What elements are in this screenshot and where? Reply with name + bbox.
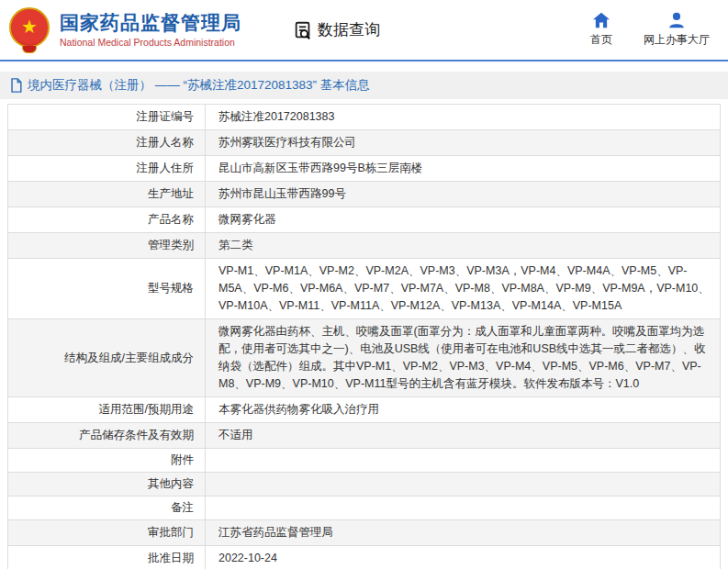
info-table-body: 注册证编号苏械注准20172081383注册人名称苏州雾联医疗科技有限公司注册人…	[8, 105, 721, 569]
row-label: 审批部门	[8, 520, 206, 546]
table-row: 型号规格VP-M1、VP-M1A、VP-M2、VP-M2A、VP-M3、VP-M…	[8, 259, 721, 319]
row-label: 其他内容	[8, 473, 206, 496]
registration-info-table: 注册证编号苏械注准20172081383注册人名称苏州雾联医疗科技有限公司注册人…	[7, 104, 721, 569]
table-row: 其他内容	[8, 473, 721, 496]
row-label: 管理类别	[8, 233, 206, 259]
row-label: 备注	[8, 496, 206, 520]
row-value: 不适用	[206, 423, 721, 449]
table-row: 生产地址苏州市昆山玉带西路99号	[8, 182, 721, 207]
top-nav: 首页 网上办事大厅	[590, 12, 715, 48]
emblem-star-icon: ★	[21, 17, 38, 36]
breadcrumb: 境内医疗器械（注册） —— “苏械注准20172081383” 基本信息	[0, 72, 728, 99]
data-query-icon	[293, 20, 313, 40]
table-row: 注册人住所昆山市高新区玉带西路99号B栋三层南楼	[8, 156, 721, 182]
row-label: 结构及组成/主要组成成分	[8, 319, 206, 397]
row-value	[206, 449, 721, 473]
document-icon	[9, 78, 23, 93]
table-row: 注册证编号苏械注准20172081383	[8, 105, 721, 130]
row-label: 注册人名称	[8, 130, 206, 156]
table-row: 结构及组成/主要组成成分微网雾化器由药杯、主机、咬嘴及面罩(面罩分为：成人面罩和…	[8, 319, 721, 397]
nav-service-hall-label: 网上办事大厅	[644, 32, 710, 48]
row-value: 2022-10-24	[206, 546, 721, 569]
row-label: 注册证编号	[8, 105, 206, 130]
table-row: 管理类别第二类	[8, 233, 721, 259]
row-value: 微网雾化器	[206, 207, 721, 233]
nav-home[interactable]: 首页	[590, 12, 612, 48]
row-value: 第二类	[206, 233, 721, 259]
row-value	[206, 473, 721, 496]
row-label: 适用范围/预期用途	[8, 397, 206, 423]
nav-home-label: 首页	[590, 32, 612, 48]
row-value	[206, 496, 721, 520]
row-label: 生产地址	[8, 182, 206, 207]
row-label: 产品储存条件及有效期	[8, 423, 206, 449]
page: ★ 国家药品监督管理局 National Medical Products Ad…	[0, 0, 728, 569]
row-label: 产品名称	[8, 207, 206, 233]
row-value: 江苏省药品监督管理局	[206, 520, 721, 546]
brand-block: 国家药品监督管理局 National Medical Products Admi…	[60, 12, 241, 47]
row-value: 本雾化器供药物雾化吸入治疗用	[206, 397, 721, 423]
site-title: 国家药品监督管理局	[60, 12, 241, 34]
table-row: 批准日期2022-10-24	[8, 546, 721, 569]
breadcrumb-text: 境内医疗器械（注册） —— “苏械注准20172081383” 基本信息	[28, 77, 370, 94]
table-row: 适用范围/预期用途本雾化器供药物雾化吸入治疗用	[8, 397, 721, 423]
national-emblem-logo: ★	[9, 7, 51, 53]
row-value: 苏州市昆山玉带西路99号	[206, 182, 721, 207]
row-label: 型号规格	[8, 259, 206, 319]
row-label: 附件	[8, 449, 206, 473]
table-row: 附件	[8, 449, 721, 473]
nav-service-hall[interactable]: 网上办事大厅	[644, 12, 710, 48]
table-row: 注册人名称苏州雾联医疗科技有限公司	[8, 130, 721, 156]
user-icon	[667, 12, 686, 28]
row-value: 昆山市高新区玉带西路99号B栋三层南楼	[206, 156, 721, 182]
row-label: 批准日期	[8, 546, 206, 569]
row-value: 苏州雾联医疗科技有限公司	[206, 130, 721, 156]
table-row: 产品储存条件及有效期不适用	[8, 423, 721, 449]
table-row: 备注	[8, 496, 721, 520]
row-value: VP-M1、VP-M1A、VP-M2、VP-M2A、VP-M3、VP-M3A，V…	[206, 259, 721, 319]
data-query-nav[interactable]: 数据查询	[293, 19, 380, 40]
row-value: 微网雾化器由药杯、主机、咬嘴及面罩(面罩分为：成人面罩和儿童面罩两种。咬嘴及面罩…	[206, 319, 721, 397]
site-subtitle: National Medical Products Administration	[60, 37, 241, 48]
table-row: 审批部门江苏省药品监督管理局	[8, 520, 721, 546]
site-header: ★ 国家药品监督管理局 National Medical Products Ad…	[0, 0, 728, 61]
table-row: 产品名称微网雾化器	[8, 207, 721, 233]
row-label: 注册人住所	[8, 156, 206, 182]
home-icon	[592, 12, 610, 28]
data-query-label: 数据查询	[318, 19, 380, 40]
row-value: 苏械注准20172081383	[206, 105, 721, 130]
emblem-ribbon	[22, 46, 37, 53]
